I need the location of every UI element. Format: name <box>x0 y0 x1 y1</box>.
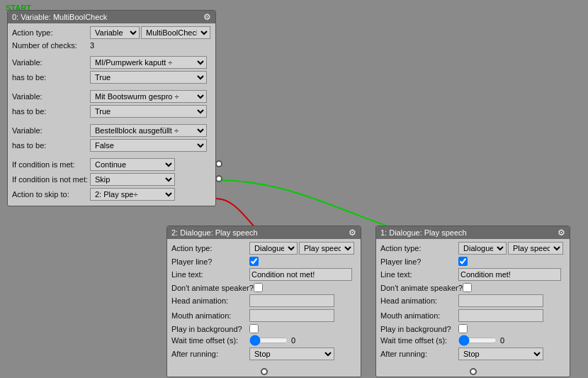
node0-var1-select[interactable]: MI/Pumpwerk kaputt ÷ <box>90 56 207 69</box>
node1-dont-animate-label: Don't animate speaker? <box>380 284 463 292</box>
node1-wait-label: Wait time offset (s): <box>380 336 458 345</box>
node1-header: 1: Dialogue: Play speech ⚙ <box>376 226 570 239</box>
node0-action-type-label: Action type: <box>12 28 90 37</box>
node0-skip-to-select[interactable]: 2: Play spe÷ <box>90 188 175 201</box>
node0-header: 0: Variable: MultiBoolCheck ⚙ <box>8 11 215 23</box>
node0-has2-label: has to be: <box>12 107 90 116</box>
node2-wait-row: Wait time offset (s): 0 <box>171 335 356 345</box>
node2-wait-slider[interactable] <box>249 335 288 345</box>
node0-var3-label: Variable: <box>12 126 90 135</box>
node2-at-select2[interactable]: Play speech <box>299 242 354 255</box>
node1-at-label: Action type: <box>380 244 458 252</box>
node0-var2-label: Variable: <box>12 92 90 101</box>
node2-head-anim-row: Head animation: <box>171 294 356 307</box>
node1-title: 1: Dialogue: Play speech <box>380 228 467 237</box>
node1-wait-val: 0 <box>500 336 504 345</box>
node1-after-label: After running: <box>380 350 458 358</box>
node0-if-not-met-connector[interactable] <box>215 175 222 182</box>
node0-if-met-row: If condition is met: Continue <box>12 158 211 171</box>
node2-header: 2: Dialogue: Play speech ⚙ <box>167 226 361 239</box>
node1-mouth-anim-row: Mouth animation: <box>380 309 565 322</box>
node1-line-text-input[interactable] <box>458 268 561 281</box>
node1-mouth-anim-input[interactable] <box>458 309 543 322</box>
node1-player-line-check[interactable] <box>458 257 468 266</box>
node1-head-anim-row: Head animation: <box>380 294 565 307</box>
node1-player-line-label: Player line? <box>380 257 458 266</box>
node0-num-checks-row: Number of checks: 3 <box>12 41 211 50</box>
node0-skip-to-label: Action to skip to: <box>12 190 90 199</box>
node0-has3-select[interactable]: False <box>90 139 207 152</box>
node2-player-line-label: Player line? <box>171 257 249 266</box>
node0-action-type-select2[interactable]: MultiBoolCheck <box>141 26 210 39</box>
node1-line-text-row: Line text: <box>380 268 565 281</box>
node2-player-line-row: Player line? <box>171 257 356 266</box>
node0-if-not-met-select[interactable]: Skip <box>90 173 175 186</box>
node2-dont-animate-check[interactable] <box>254 283 263 292</box>
node0-has3-label: has to be: <box>12 141 90 150</box>
node2-wait-label: Wait time offset (s): <box>171 336 249 345</box>
node0-var2-select[interactable]: Mit Bootswurm gespro ÷ <box>90 90 207 103</box>
node2-line-text-input[interactable] <box>249 268 352 281</box>
node0-if-met-connector[interactable] <box>215 160 222 167</box>
node0-if-met-label: If condition is met: <box>12 160 90 169</box>
node2-head-anim-label: Head animation: <box>171 296 249 305</box>
node1-head-anim-label: Head animation: <box>380 296 458 305</box>
node2-after-label: After running: <box>171 350 249 358</box>
node2-play-bg-row: Play in background? <box>171 324 356 333</box>
node1-wait-slider[interactable] <box>458 335 497 345</box>
node2-title: 2: Dialogue: Play speech <box>171 228 258 237</box>
node2-line-text-row: Line text: <box>171 268 356 281</box>
node0-content: Action type: Variable MultiBoolCheck Num… <box>8 23 215 206</box>
node1-box: 1: Dialogue: Play speech ⚙ Action type: … <box>375 226 570 377</box>
node1-play-bg-row: Play in background? <box>380 324 565 333</box>
node0-if-not-met-label: If condition is not met: <box>12 175 90 184</box>
node1-dont-animate-check[interactable] <box>463 283 472 292</box>
node0-has3-row: has to be: False <box>12 139 211 152</box>
node2-after-row: After running: Stop <box>171 348 356 360</box>
node0-has2-select[interactable]: True <box>90 105 207 118</box>
node0-skip-to-row: Action to skip to: 2: Play spe÷ <box>12 188 211 201</box>
node0-if-met-select[interactable]: Continue <box>90 158 175 171</box>
node0-var2-row: Variable: Mit Bootswurm gespro ÷ <box>12 90 211 103</box>
node1-at-select1[interactable]: Dialogue <box>458 242 507 255</box>
node0-has1-row: has to be: True <box>12 71 211 84</box>
node2-after-select[interactable]: Stop <box>249 348 334 360</box>
node0-has1-select[interactable]: True <box>90 71 207 84</box>
node2-box: 2: Dialogue: Play speech ⚙ Action type: … <box>166 226 361 377</box>
node0-var3-row: Variable: Bestellblock ausgefüllt ÷ <box>12 124 211 137</box>
node2-play-bg-check[interactable] <box>249 324 259 333</box>
node2-bottom-dot[interactable] <box>261 368 268 375</box>
node2-at-label: Action type: <box>171 244 249 252</box>
node2-action-type-row: Action type: Dialogue Play speech <box>171 242 356 255</box>
node0-var3-select[interactable]: Bestellblock ausgefüllt ÷ <box>90 124 207 137</box>
node0-has1-label: has to be: <box>12 73 90 82</box>
node2-mouth-anim-input[interactable] <box>249 309 334 322</box>
node0-has2-row: has to be: True <box>12 105 211 118</box>
node2-content: Action type: Dialogue Play speech Player… <box>167 239 361 365</box>
node1-wait-row: Wait time offset (s): 0 <box>380 335 565 345</box>
node2-player-line-check[interactable] <box>249 257 259 266</box>
node1-bottom-dot[interactable] <box>470 368 477 375</box>
node2-gear-icon[interactable]: ⚙ <box>349 228 356 238</box>
node1-mouth-anim-label: Mouth animation: <box>380 311 458 320</box>
node2-mouth-anim-label: Mouth animation: <box>171 311 249 320</box>
node1-at-select2[interactable]: Play speech <box>508 242 563 255</box>
node0-action-type-select1[interactable]: Variable <box>90 26 140 39</box>
node2-wait-val: 0 <box>291 336 295 345</box>
node1-gear-icon[interactable]: ⚙ <box>558 228 565 238</box>
node1-head-anim-input[interactable] <box>458 294 543 307</box>
node2-dont-animate-row: Don't animate speaker? <box>171 283 356 292</box>
node1-player-line-row: Player line? <box>380 257 565 266</box>
node2-at-select1[interactable]: Dialogue <box>249 242 298 255</box>
node0-box: 0: Variable: MultiBoolCheck ⚙ Action typ… <box>7 10 216 206</box>
node1-play-bg-check[interactable] <box>458 324 468 333</box>
node1-after-select[interactable]: Stop <box>458 348 543 360</box>
node2-play-bg-label: Play in background? <box>171 325 249 333</box>
node0-title: 0: Variable: MultiBoolCheck <box>12 13 107 21</box>
node2-head-anim-input[interactable] <box>249 294 334 307</box>
node1-bottom-connector-area <box>376 365 570 377</box>
node0-action-type-row: Action type: Variable MultiBoolCheck <box>12 26 211 39</box>
node0-gear-icon[interactable]: ⚙ <box>203 12 211 22</box>
node0-var1-row: Variable: MI/Pumpwerk kaputt ÷ <box>12 56 211 69</box>
node2-line-text-label: Line text: <box>171 270 249 279</box>
